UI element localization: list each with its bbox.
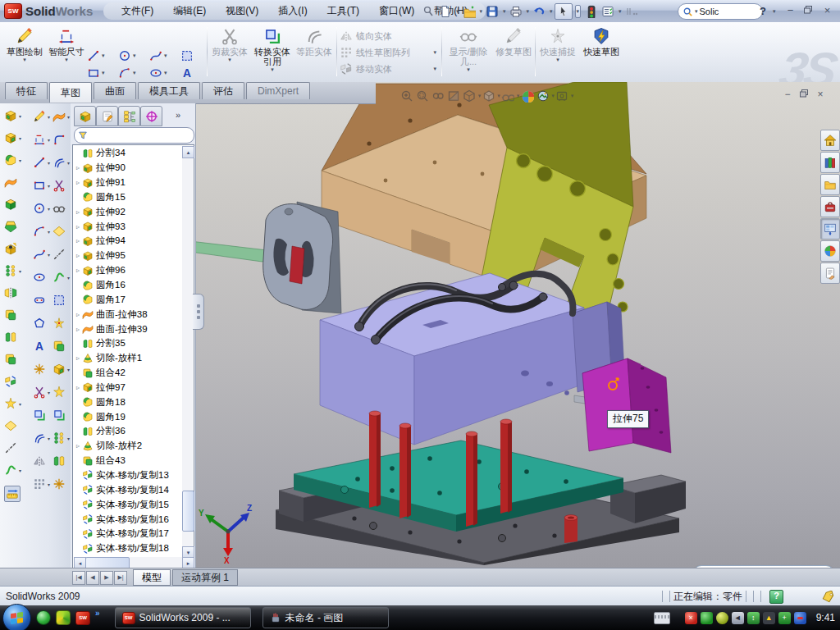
tree-item[interactable]: 圆角18 — [74, 395, 182, 409]
doc-minimize-button[interactable]: − — [779, 89, 796, 100]
tree-item[interactable]: 实体-移动/复制16 — [74, 512, 182, 527]
tree-item[interactable]: 实体-移动/复制18 — [74, 541, 182, 556]
pencil-toolbar-icon[interactable]: ▾ — [33, 110, 52, 123]
tag-icon[interactable] — [821, 591, 835, 603]
chamfer-toolbar-icon[interactable] — [4, 220, 17, 233]
next-sheet-button[interactable]: ▶ — [100, 571, 113, 585]
tree-item[interactable]: ▹ 拉伸96 — [74, 263, 182, 278]
menu-item[interactable]: 工具(T) — [317, 2, 369, 20]
model-sprue-clamp[interactable] — [189, 202, 341, 313]
last-sheet-button[interactable]: ▶| — [114, 571, 127, 585]
pin-icon[interactable] — [420, 4, 436, 19]
appearances-scenes-icon[interactable] — [820, 240, 840, 262]
expand-arrow-icon[interactable]: ▹ — [74, 311, 82, 318]
selection-box-tool[interactable] — [180, 49, 194, 62]
file-explorer-icon[interactable] — [820, 174, 840, 195]
expand-arrow-icon[interactable]: ▹ — [74, 179, 82, 186]
snap-toolbar-icon[interactable] — [52, 317, 66, 330]
tree-item[interactable]: ▹ 拉伸94 — [74, 234, 182, 249]
convert-entities-button[interactable]: 转换实体引用▾ — [251, 25, 294, 81]
expand-arrow-icon[interactable]: ▹ — [74, 267, 82, 274]
dim-toolbar-icon[interactable]: ▾ — [33, 133, 52, 146]
panel-splitter-handle[interactable] — [193, 294, 204, 330]
expand-arrow-icon[interactable]: ▹ — [74, 384, 82, 391]
view-palette-icon[interactable] — [820, 218, 840, 240]
holewiz-toolbar-icon[interactable] — [4, 242, 17, 255]
text-toolbar-icon[interactable] — [33, 340, 46, 353]
menu-item[interactable]: 视图(V) — [216, 2, 268, 20]
search-box[interactable]: ▾ Solic — [678, 3, 763, 20]
taskbar-button-solidworks[interactable]: SW SolidWorks 2009 - ... — [115, 607, 251, 628]
tree-item[interactable]: ▹ 切除-放样2 — [74, 439, 182, 454]
plane-toolbar-icon[interactable] — [52, 225, 66, 238]
quick-launch-messenger-icon[interactable] — [36, 610, 51, 625]
tree-item[interactable]: 圆角15 — [74, 190, 182, 205]
axis-toolbar-icon[interactable] — [4, 441, 17, 454]
ellipse-tool[interactable]: ▾ — [149, 66, 169, 80]
display-delete-relations-button[interactable]: 显示/删除几...▾ — [445, 25, 492, 81]
sketch-text-tool[interactable] — [180, 66, 194, 80]
custom-properties-icon[interactable] — [820, 262, 840, 284]
offset-toolbar-icon[interactable]: ▾ — [33, 431, 52, 445]
quick-tip-help-icon[interactable]: ? — [769, 590, 783, 604]
offset-entities-button[interactable]: 等距实体 — [295, 25, 333, 81]
menu-item[interactable]: 窗口(W) — [369, 2, 424, 20]
help-dropdown[interactable]: ▾ — [773, 8, 776, 15]
tree-item[interactable]: 圆角16 — [74, 278, 182, 293]
move-entities-button[interactable]: 移动实体▾ — [340, 61, 438, 77]
pattern-toolbar-icon[interactable]: ▾ — [52, 431, 71, 445]
tray-red-shield-icon[interactable]: × — [685, 612, 697, 624]
section-view-icon[interactable] — [447, 89, 461, 103]
panel-overflow-chevron[interactable]: » — [176, 110, 180, 120]
trim-entities-button[interactable]: 剪裁实体▾ — [210, 25, 249, 81]
extrude-toolbar-icon[interactable]: ▾ — [4, 109, 23, 122]
ellipse-toolbar-icon[interactable] — [33, 271, 46, 284]
tree-item[interactable]: ▹ 拉伸90 — [74, 161, 182, 176]
tree-item[interactable]: ▹ 拉伸97 — [74, 381, 182, 395]
boss-toolbar-icon[interactable]: ▾ — [4, 131, 23, 144]
mirror2-toolbar-icon[interactable] — [4, 286, 17, 299]
save-dropdown[interactable]: ▾ — [503, 8, 506, 15]
previous-view-icon[interactable] — [431, 89, 445, 103]
open-file-dropdown[interactable]: ▾ — [480, 8, 483, 15]
print-icon[interactable] — [508, 4, 524, 19]
tray-volume-icon[interactable]: ◄ — [732, 612, 744, 624]
surface-toolbar-icon[interactable]: ▾ — [52, 110, 71, 123]
combine-toolbar-icon[interactable] — [52, 340, 66, 353]
command-tab[interactable]: 曲面 — [94, 82, 136, 99]
tray-sync-icon[interactable]: ↕ — [747, 612, 760, 624]
plane-toolbar-icon[interactable] — [4, 419, 17, 432]
tree-item[interactable]: 实体-移动/复制14 — [74, 482, 182, 497]
arc-tool[interactable]: ▾ — [118, 66, 138, 80]
circle-tool[interactable]: ▾ — [118, 49, 138, 62]
tray-warning-icon[interactable]: ▲ — [763, 612, 775, 624]
combine-toolbar-icon[interactable] — [4, 308, 17, 322]
mirrorsk-toolbar-icon[interactable] — [33, 454, 46, 468]
spline-tool[interactable]: ▾ — [149, 49, 169, 62]
convert-toolbar-icon[interactable] — [52, 409, 66, 422]
zoom-fit-icon[interactable] — [400, 89, 414, 103]
tree-horizontal-scrollbar[interactable]: ◂ ▸ — [74, 557, 193, 568]
cut-toolbar-icon[interactable] — [4, 198, 17, 211]
vertical-scroll-thumb[interactable] — [182, 491, 194, 532]
circle-toolbar-icon[interactable]: ▾ — [33, 202, 52, 215]
quick-launch-app-icon[interactable] — [56, 610, 71, 625]
print-dropdown[interactable]: ▾ — [527, 8, 530, 15]
expand-arrow-icon[interactable]: ▹ — [74, 442, 82, 450]
expand-arrow-icon[interactable]: ▹ — [74, 223, 82, 231]
new-file-icon[interactable] — [437, 4, 454, 19]
tree-item[interactable]: 圆角17 — [74, 292, 182, 307]
doc-close-button[interactable]: × — [812, 89, 829, 100]
view-orientation-icon[interactable] — [463, 89, 477, 103]
filter-input[interactable] — [74, 127, 194, 144]
rectangle-tool[interactable]: ▾ — [87, 66, 107, 80]
axis-toolbar-icon[interactable] — [52, 248, 66, 261]
open-file-icon[interactable] — [461, 4, 477, 19]
prev-sheet-button[interactable]: ◀ — [86, 571, 99, 585]
motion-study-tab[interactable]: 运动算例 1 — [172, 569, 238, 586]
point-toolbar-icon[interactable] — [33, 363, 46, 376]
feature-manager-tab[interactable] — [74, 106, 96, 126]
quick-launch-solidworks-icon[interactable]: SW — [75, 611, 90, 625]
select-dropdown[interactable]: ▾ — [575, 5, 582, 18]
rect-toolbar-icon[interactable]: ▾ — [33, 179, 52, 192]
